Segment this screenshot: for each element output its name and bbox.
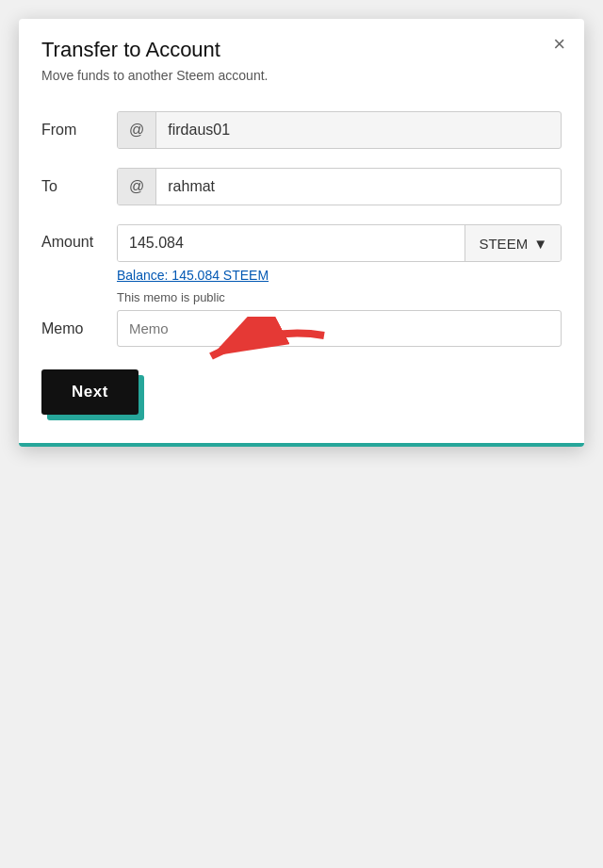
- balance-link[interactable]: Balance: 145.084 STEEM: [117, 268, 562, 283]
- next-button-container: Next: [41, 369, 139, 415]
- memo-label: Memo: [41, 320, 117, 337]
- next-button[interactable]: Next: [41, 369, 139, 415]
- to-at-symbol: @: [118, 169, 156, 205]
- bottom-bar: [19, 443, 584, 447]
- from-input-wrapper: @: [117, 111, 562, 149]
- amount-label: Amount: [41, 224, 117, 251]
- dialog-body: From @ To @ Amount STEEM ▼: [19, 92, 584, 443]
- currency-selector[interactable]: STEEM ▼: [464, 225, 561, 261]
- amount-input[interactable]: [118, 225, 464, 261]
- amount-row: Amount STEEM ▼ Balance: 145.084 STEEM: [41, 224, 562, 283]
- from-at-symbol: @: [118, 112, 156, 148]
- memo-input[interactable]: [117, 310, 562, 347]
- to-input[interactable]: [156, 169, 561, 205]
- currency-label: STEEM: [479, 236, 528, 252]
- from-row: From @: [41, 111, 562, 149]
- to-row: To @: [41, 168, 562, 205]
- currency-arrow: ▼: [533, 236, 547, 252]
- transfer-dialog: Transfer to Account Move funds to anothe…: [19, 19, 584, 447]
- memo-row: Memo: [41, 310, 562, 347]
- memo-section: This memo is public Memo: [41, 290, 562, 347]
- dialog-subtitle: Move funds to another Steem account.: [41, 68, 562, 83]
- dialog-title: Transfer to Account: [41, 38, 562, 62]
- from-input[interactable]: [156, 112, 561, 148]
- memo-public-note: This memo is public: [117, 290, 562, 304]
- amount-group: STEEM ▼ Balance: 145.084 STEEM: [117, 224, 562, 283]
- amount-input-row: STEEM ▼: [117, 224, 562, 262]
- dialog-header: Transfer to Account Move funds to anothe…: [19, 19, 584, 92]
- close-button[interactable]: ×: [553, 34, 565, 55]
- to-input-wrapper: @: [117, 168, 562, 205]
- to-label: To: [41, 178, 117, 195]
- from-label: From: [41, 122, 117, 139]
